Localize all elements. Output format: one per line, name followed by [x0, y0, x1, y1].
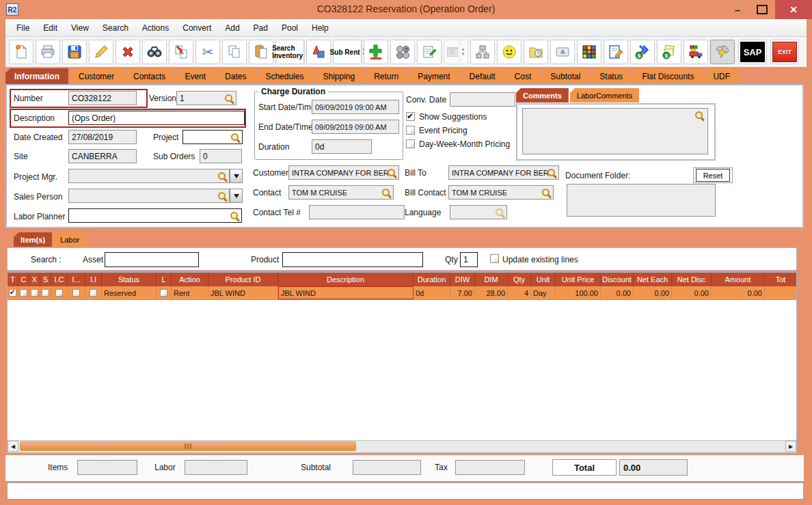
- tab-return[interactable]: Return: [365, 68, 407, 84]
- cut-button[interactable]: ✂: [195, 40, 220, 64]
- new-document-button[interactable]: [9, 40, 33, 64]
- show-suggestions-checkbox[interactable]: [406, 112, 415, 121]
- col-net-disc[interactable]: Net Disc: [672, 273, 712, 286]
- col-dim[interactable]: DIM: [475, 273, 508, 286]
- cell-dim[interactable]: 28.00: [475, 286, 508, 299]
- calendar-dropdown[interactable]: ▼▼: [459, 40, 466, 64]
- contact-field[interactable]: TOM M CRUISE: [288, 185, 394, 200]
- reset-button[interactable]: Reset: [696, 169, 730, 182]
- duration-field[interactable]: 0d: [312, 139, 372, 154]
- tab-labor[interactable]: Labor: [53, 232, 86, 247]
- cell-duration[interactable]: 0d: [414, 286, 450, 299]
- conv-date-field[interactable]: [450, 92, 515, 107]
- cell-discount[interactable]: 0.00: [601, 286, 634, 299]
- cell-net-each[interactable]: 0.00: [634, 286, 672, 299]
- customer-lookup-icon[interactable]: [387, 168, 397, 178]
- cell-tot[interactable]: [765, 286, 796, 299]
- labor-planner-lookup-icon[interactable]: [230, 211, 240, 221]
- quick-action-button[interactable]: [710, 40, 735, 64]
- tab-cost[interactable]: Cost: [506, 68, 541, 84]
- col-c[interactable]: C: [18, 273, 29, 286]
- description-field[interactable]: (Ops Order): [68, 111, 245, 125]
- paste-special-button[interactable]: [169, 40, 193, 64]
- invoice-notes-button[interactable]: $: [657, 40, 681, 64]
- tab-udf[interactable]: UDF: [704, 68, 739, 84]
- project-mgr-field[interactable]: [68, 169, 230, 183]
- document-folder-textarea[interactable]: [567, 184, 716, 217]
- col-action[interactable]: Action: [172, 273, 208, 286]
- bill-to-field[interactable]: INTRA COMPANY FOR BER: [448, 165, 559, 180]
- comments-lookup-icon[interactable]: [694, 111, 705, 121]
- col-t[interactable]: T: [8, 273, 18, 286]
- cell-product-id[interactable]: JBL WIND: [208, 286, 278, 299]
- sap-button[interactable]: SAP: [738, 40, 767, 64]
- sub-rent-button[interactable]: Sub Rent ▼▼: [333, 40, 362, 64]
- cell-status[interactable]: Reserved: [102, 286, 157, 299]
- menu-search[interactable]: Search: [96, 23, 135, 33]
- project-mgr-dropdown[interactable]: [230, 169, 243, 183]
- cell-t[interactable]: [8, 286, 18, 299]
- scroll-left-arrow[interactable]: ◀: [8, 441, 18, 452]
- cell-qty[interactable]: 4: [508, 286, 531, 299]
- project-field[interactable]: [182, 130, 243, 144]
- notes-button[interactable]: [417, 40, 442, 64]
- shortcut-key-button[interactable]: A: [550, 40, 575, 64]
- org-chart-button[interactable]: [470, 40, 495, 64]
- group-availability-button[interactable]: ?: [390, 40, 415, 64]
- col-l[interactable]: L: [157, 273, 172, 286]
- menu-pool[interactable]: Pool: [275, 23, 305, 33]
- tab-schedules[interactable]: Schedules: [256, 68, 312, 84]
- cell-unit-price[interactable]: 100.00: [556, 286, 601, 299]
- cell-c[interactable]: [18, 286, 29, 299]
- col-duration[interactable]: Duration: [414, 273, 450, 286]
- horizontal-scrollbar[interactable]: ◀ ▶: [8, 440, 796, 452]
- cell-diw[interactable]: 7.00: [450, 286, 475, 299]
- labor-planner-field[interactable]: [68, 208, 242, 223]
- ic-checkbox[interactable]: [55, 289, 63, 297]
- col-ic[interactable]: I.C: [51, 273, 68, 286]
- shapes-button[interactable]: [306, 40, 331, 64]
- bill-to-lookup-icon[interactable]: [547, 168, 557, 178]
- menu-actions[interactable]: Actions: [135, 23, 176, 33]
- sales-person-dropdown[interactable]: [230, 189, 243, 203]
- tab-status[interactable]: Status: [591, 68, 632, 84]
- add-line-button[interactable]: [364, 40, 388, 64]
- menu-edit[interactable]: Edit: [36, 23, 64, 33]
- menu-convert[interactable]: Convert: [176, 23, 218, 33]
- grid-row[interactable]: Reserved Rent JBL WIND JBL WIND 0d 7.00 …: [8, 286, 796, 300]
- scrollbar-thumb[interactable]: [20, 441, 356, 451]
- col-s[interactable]: S: [40, 273, 51, 286]
- col-net-each[interactable]: Net Each: [634, 273, 672, 286]
- site-field[interactable]: CANBERRA: [68, 149, 137, 163]
- print-button[interactable]: [36, 40, 60, 64]
- cell-amount[interactable]: 0.00: [712, 286, 765, 299]
- col-description[interactable]: Description: [278, 273, 414, 286]
- history-folder-button[interactable]: [524, 40, 548, 64]
- tab-shipping[interactable]: Shipping: [314, 68, 364, 84]
- event-pricing-checkbox[interactable]: [406, 126, 415, 135]
- version-field[interactable]: 1: [176, 91, 236, 105]
- update-existing-lines-checkbox[interactable]: [490, 254, 499, 263]
- menu-add[interactable]: Add: [218, 23, 246, 33]
- contact-tel-field[interactable]: [309, 205, 405, 219]
- start-datetime-field[interactable]: 09/09/2019 09:00 AM: [312, 100, 399, 114]
- col-amount[interactable]: Amount: [712, 273, 765, 286]
- date-created-field[interactable]: 27/08/2019: [68, 130, 137, 144]
- exit-button[interactable]: EXIT: [770, 40, 799, 64]
- sub-orders-field[interactable]: 0: [200, 149, 242, 163]
- save-button[interactable]: [62, 40, 87, 64]
- col-diw[interactable]: DIW: [450, 273, 475, 286]
- tab-event[interactable]: Event: [176, 68, 215, 84]
- l-checkbox[interactable]: [160, 289, 167, 297]
- menu-view[interactable]: View: [64, 23, 96, 33]
- menu-pad[interactable]: Pad: [247, 23, 275, 33]
- tab-contacts[interactable]: Contacts: [124, 68, 174, 84]
- s-checkbox[interactable]: [42, 289, 49, 297]
- t-checkbox[interactable]: [9, 289, 16, 297]
- cell-l[interactable]: [157, 286, 172, 299]
- project-mgr-lookup-icon[interactable]: [217, 172, 228, 182]
- find-button[interactable]: [142, 40, 167, 64]
- product-search-input[interactable]: [282, 252, 423, 267]
- comments-textarea[interactable]: [522, 108, 708, 154]
- close-button[interactable]: ✕: [775, 0, 812, 19]
